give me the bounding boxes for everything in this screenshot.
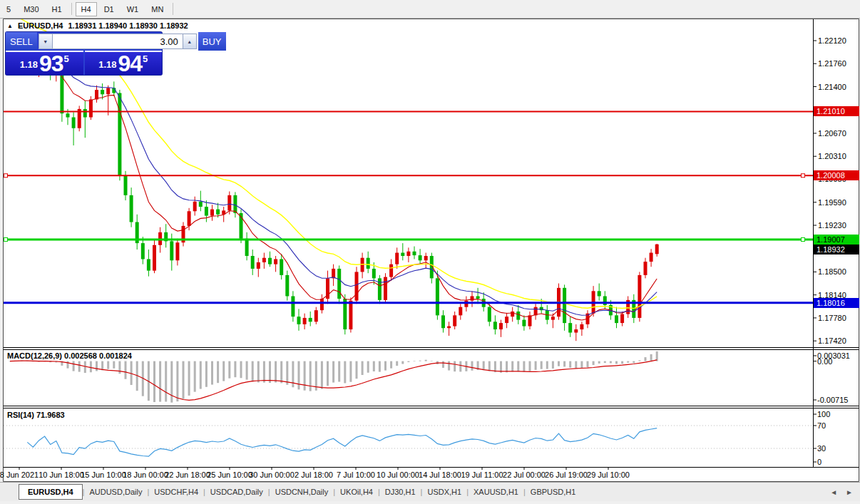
mt4-terminal-window: 5M30H1H4D1W1MN 1.221201.217601.214001.20… <box>0 0 860 504</box>
tab-scroll-right-icon[interactable]: ► <box>846 488 853 496</box>
toolbar-separator <box>173 3 173 15</box>
timeframe-button-h1[interactable]: H1 <box>46 2 68 16</box>
chart-title-bar: ▲ EURUSD,H4 1.18931 1.18940 1.18930 1.18… <box>7 21 188 30</box>
tab-usdchf-h4[interactable]: USDCHF,H4 <box>149 485 203 499</box>
timeframe-button-mn[interactable]: MN <box>145 2 169 16</box>
symbol-period-label: EURUSD,H4 <box>18 21 63 30</box>
ask-price[interactable]: 1.18 94 5 <box>85 51 163 75</box>
sell-button[interactable]: SELL <box>6 32 37 51</box>
tab-usdcnh-daily[interactable]: USDCNH,Daily <box>270 485 334 499</box>
macd-indicator-label: MACD(12,26,9) 0.002568 0.001824 <box>7 351 132 360</box>
tab-dj30-h1[interactable]: DJ30,H1 <box>380 485 421 499</box>
timeframe-button-h4[interactable]: H4 <box>76 2 97 16</box>
ohlc-values: 1.18931 1.18940 1.18930 1.18932 <box>68 21 188 30</box>
bid-ask-display: 1.18 93 5 1.18 94 5 <box>6 51 162 75</box>
tab-ukoil-h4[interactable]: UKOil,H4 <box>335 485 378 499</box>
volume-stepper: ▼ ▲ <box>37 32 198 51</box>
collapse-triangle-icon[interactable]: ▲ <box>7 23 13 29</box>
tab-usdcad-daily[interactable]: USDCAD,Daily <box>205 485 268 499</box>
one-click-trading-panel: SELL ▼ ▲ BUY 1.18 93 5 1.18 94 5 <box>6 32 162 75</box>
timeframe-toolbar: 5M30H1H4D1W1MN <box>0 0 860 19</box>
tab-gbpusd-h1[interactable]: GBPUSD,H1 <box>526 485 581 499</box>
buy-button[interactable]: BUY <box>198 32 226 51</box>
ask-price-prefix: 1.18 <box>98 59 116 70</box>
ask-price-big-digits: 94 <box>118 55 142 73</box>
toolbar-separator <box>71 3 72 15</box>
timeframe-button-5[interactable]: 5 <box>1 2 16 16</box>
tab-scroll-left-icon[interactable]: ◄ <box>830 488 837 496</box>
timeframe-button-m30[interactable]: M30 <box>18 2 44 16</box>
timeframe-button-d1[interactable]: D1 <box>98 2 120 16</box>
bid-price-prefix: 1.18 <box>20 59 38 70</box>
bid-price[interactable]: 1.18 93 5 <box>6 51 83 75</box>
ask-price-pipette: 5 <box>143 53 148 64</box>
bid-price-big-digits: 93 <box>39 55 63 73</box>
volume-increase-button[interactable]: ▲ <box>183 34 197 49</box>
tab-xauusd-h1[interactable]: XAUUSD,H1 <box>469 485 523 499</box>
tab-audusd-daily[interactable]: AUDUSD,Daily <box>84 485 147 499</box>
volume-input[interactable] <box>53 34 183 49</box>
volume-decrease-button[interactable]: ▼ <box>39 34 53 49</box>
rsi-indicator-label: RSI(14) 71.9683 <box>7 411 65 419</box>
tab-usdx-h1[interactable]: USDX,H1 <box>422 485 466 499</box>
timeframe-button-w1[interactable]: W1 <box>121 2 145 16</box>
bid-price-pipette: 5 <box>64 53 69 64</box>
trade-controls-row: SELL ▼ ▲ BUY <box>6 32 162 51</box>
symbol-tab-bar: EURUSD,H4 |AUDUSD,Daily|USDCHF,H4|USDCAD… <box>0 482 860 501</box>
chart-window[interactable] <box>3 19 859 481</box>
tab-eurusd-h4-active[interactable]: EURUSD,H4 <box>19 484 83 500</box>
tab-scroll-arrows: ◄ ► <box>830 488 853 496</box>
